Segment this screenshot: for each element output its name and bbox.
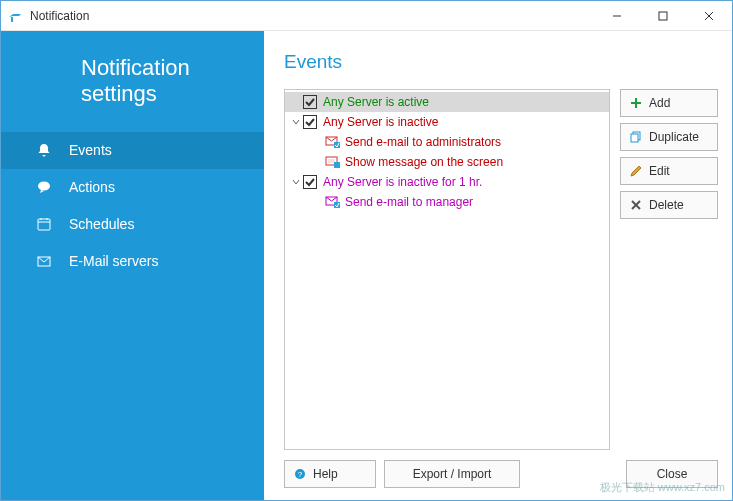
delete-icon — [629, 198, 643, 212]
pencil-icon — [629, 164, 643, 178]
event-label: Any Server is active — [323, 95, 429, 109]
button-label: Edit — [649, 164, 670, 178]
tree-event-row[interactable]: Any Server is inactive — [285, 112, 609, 132]
svg-text:?: ? — [298, 470, 303, 479]
sidebar: Notification settings Events Actions Sch… — [1, 31, 264, 500]
svg-rect-0 — [11, 17, 13, 22]
tree-event-row[interactable]: Any Server is active — [285, 92, 609, 112]
event-label: Any Server is inactive for 1 hr. — [323, 175, 482, 189]
content-row: Any Server is active Any Server is inact… — [284, 89, 718, 450]
add-button[interactable]: Add — [620, 89, 718, 117]
window-title: Notification — [30, 9, 89, 23]
sidebar-item-label: Actions — [69, 179, 115, 195]
calendar-icon — [35, 215, 53, 233]
minimize-button[interactable] — [594, 1, 640, 31]
action-mail-icon — [325, 135, 341, 149]
button-label: Close — [657, 467, 688, 481]
svg-point-5 — [38, 182, 50, 191]
svg-rect-22 — [631, 134, 638, 142]
page-title: Events — [284, 51, 718, 73]
button-label: Duplicate — [649, 130, 699, 144]
action-button-column: Add Duplicate Edit Delete — [620, 89, 718, 450]
app-icon — [7, 8, 23, 24]
duplicate-button[interactable]: Duplicate — [620, 123, 718, 151]
close-button[interactable]: Close — [626, 460, 718, 488]
sidebar-item-actions[interactable]: Actions — [1, 169, 264, 206]
sidebar-item-label: Schedules — [69, 216, 134, 232]
tree-action-row[interactable]: Send e-mail to manager — [285, 192, 609, 212]
event-label: Any Server is inactive — [323, 115, 438, 129]
svg-rect-16 — [334, 162, 340, 168]
bubble-icon — [35, 178, 53, 196]
sidebar-item-label: Events — [69, 142, 112, 158]
tree-event-row[interactable]: Any Server is inactive for 1 hr. — [285, 172, 609, 192]
checkbox[interactable] — [303, 95, 317, 109]
body: Notification settings Events Actions Sch… — [1, 31, 732, 500]
delete-button[interactable]: Delete — [620, 191, 718, 219]
checkbox[interactable] — [303, 115, 317, 129]
sidebar-header-line2: settings — [81, 81, 157, 106]
svg-rect-6 — [38, 219, 50, 230]
sidebar-header-line1: Notification — [81, 55, 190, 80]
window: Notification Notification settings Event… — [0, 0, 733, 501]
duplicate-icon — [629, 130, 643, 144]
help-button[interactable]: ? Help — [284, 460, 376, 488]
plus-icon — [629, 96, 643, 110]
action-label: Send e-mail to administrators — [345, 135, 501, 149]
action-mail-icon — [325, 195, 341, 209]
tree-action-row[interactable]: Send e-mail to administrators — [285, 132, 609, 152]
button-label: Add — [649, 96, 670, 110]
sidebar-item-schedules[interactable]: Schedules — [1, 206, 264, 243]
sidebar-item-events[interactable]: Events — [1, 132, 264, 169]
maximize-button[interactable] — [640, 1, 686, 31]
action-label: Show message on the screen — [345, 155, 503, 169]
svg-rect-15 — [328, 159, 335, 163]
action-label: Send e-mail to manager — [345, 195, 473, 209]
events-tree[interactable]: Any Server is active Any Server is inact… — [284, 89, 610, 450]
bell-icon — [35, 141, 53, 159]
expand-toggle[interactable] — [289, 178, 303, 186]
help-icon: ? — [293, 467, 307, 481]
sidebar-nav: Events Actions Schedules E-Mail servers — [1, 132, 264, 280]
footer: ? Help Export / Import Close — [284, 460, 718, 488]
sidebar-item-email-servers[interactable]: E-Mail servers — [1, 243, 264, 280]
close-window-button[interactable] — [686, 1, 732, 31]
button-label: Export / Import — [413, 467, 492, 481]
action-screen-icon — [325, 155, 341, 169]
mail-icon — [35, 252, 53, 270]
button-label: Delete — [649, 198, 684, 212]
main-panel: Events Any Server is active Any Server i… — [264, 31, 732, 500]
export-import-button[interactable]: Export / Import — [384, 460, 520, 488]
expand-toggle[interactable] — [289, 118, 303, 126]
button-label: Help — [313, 467, 338, 481]
edit-button[interactable]: Edit — [620, 157, 718, 185]
tree-action-row[interactable]: Show message on the screen — [285, 152, 609, 172]
sidebar-item-label: E-Mail servers — [69, 253, 158, 269]
sidebar-header: Notification settings — [1, 31, 264, 132]
titlebar: Notification — [1, 1, 732, 31]
checkbox[interactable] — [303, 175, 317, 189]
svg-rect-2 — [659, 12, 667, 20]
